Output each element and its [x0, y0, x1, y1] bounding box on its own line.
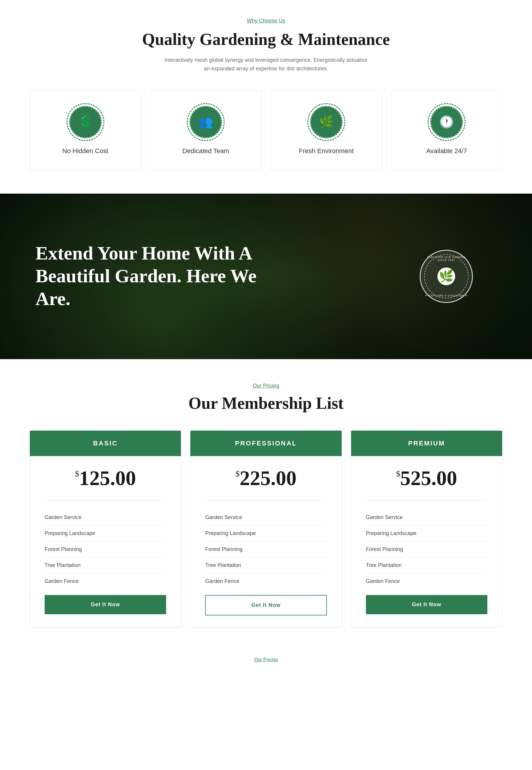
- pricing-card-header-premium: PREMIUM: [351, 431, 502, 456]
- pricing-feature: Forest Planning: [45, 542, 166, 557]
- why-choose-us-section: Why Choose Us Quality Gardening & Mainte…: [0, 0, 532, 194]
- feature-label-fresh-environment: Fresh Environment: [277, 147, 376, 155]
- banner-badge: 🌿 DISCOVER OUR GARDEN SINCE 1997 ✦ EXPLO…: [420, 250, 473, 303]
- feature-icon-wrap-fresh-environment: 🌿: [310, 106, 343, 138]
- pricing-grid: BASIC $125.00 Garden Service Preparing L…: [30, 430, 502, 628]
- get-it-btn-basic[interactable]: Get It Now: [45, 595, 166, 614]
- pricing-title: Our Membership List: [12, 394, 520, 413]
- feature-label-available-247: Available 24/7: [397, 147, 497, 155]
- pricing-card-basic: BASIC $125.00 Garden Service Preparing L…: [30, 430, 181, 628]
- feature-card-fresh-environment: 🌿 Fresh Environment: [270, 91, 382, 170]
- feature-card-available-247: 🕐 Available 24/7: [391, 91, 503, 170]
- price-divider-premium: [366, 500, 487, 501]
- pricing-card-premium: PREMIUM $525.00 Garden Service Preparing…: [351, 430, 502, 628]
- feature-label-dedicated-team: Dedicated Team: [156, 147, 256, 155]
- pricing-card-header-professional: PROFESSIONAL: [190, 431, 341, 456]
- feature-icon-dedicated-team: 👥: [198, 115, 213, 129]
- pricing-feature: Garden Fence: [205, 573, 327, 589]
- pricing-card-header-basic: BASIC: [30, 431, 181, 456]
- plan-name-basic: BASIC: [36, 440, 175, 447]
- feature-card-no-hidden-cost: 💲 No Hidden Cost: [30, 91, 141, 170]
- pricing-feature: Tree Plantation: [366, 557, 487, 573]
- features-grid: 💲 No Hidden Cost 👥 Dedicated Team 🌿 Fres…: [30, 91, 502, 170]
- price-dollar-basic: $: [75, 469, 79, 478]
- pricing-card-body-premium: $525.00 Garden Service Preparing Landsca…: [351, 456, 502, 626]
- badge-leaf-icon: 🌿: [437, 268, 455, 285]
- pricing-feature: Preparing Landscape: [45, 526, 166, 542]
- badge-bottom-text: ✦ EXPLORE & DISCOVER ✦: [424, 294, 468, 297]
- price-amount-premium: 525.00: [400, 467, 457, 489]
- plan-name-premium: PREMIUM: [357, 440, 496, 447]
- feature-card-dedicated-team: 👥 Dedicated Team: [150, 91, 262, 170]
- feature-icon-fresh-environment: 🌿: [319, 115, 334, 129]
- pricing-feature: Garden Service: [45, 510, 166, 526]
- pricing-feature: Tree Plantation: [205, 557, 327, 573]
- get-it-btn-premium[interactable]: Get It Now: [366, 595, 487, 614]
- banner-title: Extend Your Home With A Beautiful Garden…: [35, 242, 266, 310]
- plan-name-professional: PROFESSIONAL: [196, 440, 335, 447]
- pricing-feature: Forest Planning: [205, 542, 327, 557]
- price-dollar-professional: $: [236, 469, 240, 478]
- why-title: Quality Gardening & Maintenance: [12, 30, 520, 49]
- pricing-label[interactable]: Our Pricing: [253, 383, 279, 389]
- pricing-feature: Preparing Landscape: [366, 526, 487, 542]
- badge-top-text: DISCOVER OUR GARDEN SINCE 1997: [424, 256, 468, 262]
- pricing-price-premium: $525.00: [366, 468, 487, 489]
- price-dollar-premium: $: [396, 469, 400, 478]
- pricing-feature: Garden Fence: [45, 573, 166, 589]
- feature-icon-no-hidden-cost: 💲: [78, 115, 93, 129]
- price-amount-basic: 125.00: [79, 467, 136, 489]
- bottom-label[interactable]: Our Pricing: [0, 651, 532, 668]
- banner-content: Extend Your Home With A Beautiful Garden…: [0, 242, 301, 310]
- pricing-feature: Preparing Landscape: [205, 526, 327, 542]
- badge-inner: 🌿 DISCOVER OUR GARDEN SINCE 1997 ✦ EXPLO…: [424, 254, 468, 299]
- price-divider-basic: [45, 500, 166, 501]
- pricing-price-professional: $225.00: [205, 468, 327, 489]
- pricing-card-body-basic: $125.00 Garden Service Preparing Landsca…: [30, 456, 181, 626]
- why-choose-us-label[interactable]: Why Choose Us: [247, 18, 285, 24]
- feature-label-no-hidden-cost: No Hidden Cost: [36, 147, 135, 155]
- feature-icon-wrap-no-hidden-cost: 💲: [69, 106, 102, 138]
- pricing-feature: Garden Fence: [366, 573, 487, 589]
- pricing-feature: Garden Service: [205, 510, 327, 526]
- price-divider-professional: [205, 500, 327, 501]
- pricing-feature: Garden Service: [366, 510, 487, 526]
- pricing-feature: Forest Planning: [366, 542, 487, 557]
- pricing-section: Our Pricing Our Membership List BASIC $1…: [0, 359, 532, 651]
- bottom-label-text: Our Pricing: [254, 657, 278, 662]
- price-amount-professional: 225.00: [240, 467, 297, 489]
- feature-icon-wrap-dedicated-team: 👥: [189, 106, 222, 138]
- pricing-feature: Tree Plantation: [45, 557, 166, 573]
- banner-section: Extend Your Home With A Beautiful Garden…: [0, 194, 532, 359]
- pricing-card-body-professional: $225.00 Garden Service Preparing Landsca…: [190, 456, 341, 627]
- pricing-card-professional: PROFESSIONAL $225.00 Garden Service Prep…: [190, 430, 342, 628]
- feature-icon-wrap-available-247: 🕐: [430, 106, 463, 138]
- why-description: Interactively mesh global synergy and le…: [163, 56, 369, 73]
- pricing-price-basic: $125.00: [45, 468, 166, 489]
- get-it-btn-professional[interactable]: Get It Now: [205, 595, 327, 615]
- feature-icon-available-247: 🕐: [439, 115, 454, 129]
